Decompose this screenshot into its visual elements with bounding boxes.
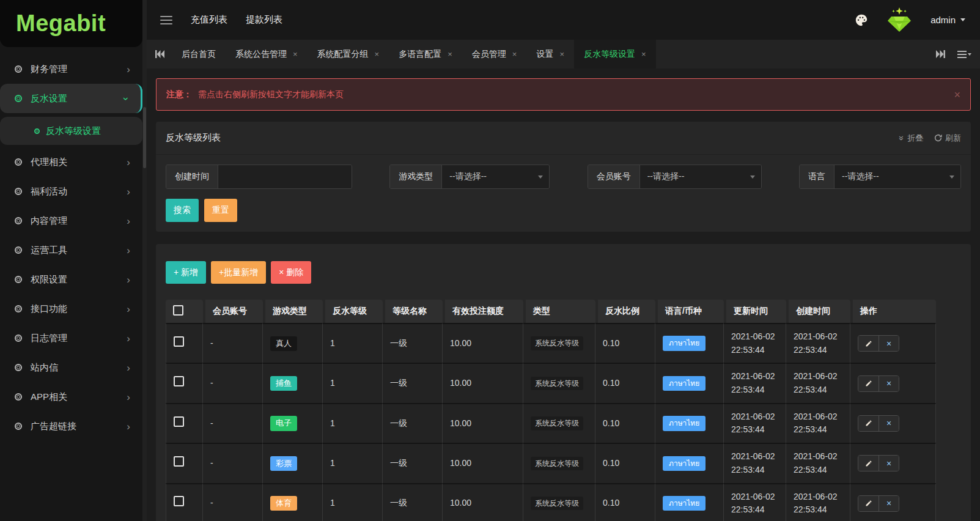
row-checkbox[interactable] xyxy=(174,496,184,506)
sidebar-item[interactable]: APP相关› xyxy=(0,382,142,412)
tab[interactable]: 会员管理× xyxy=(462,40,527,68)
nav-link-recharge-list[interactable]: 充值列表 xyxy=(191,14,227,26)
nav-link-withdraw-list[interactable]: 提款列表 xyxy=(246,14,282,26)
edit-button[interactable] xyxy=(858,336,879,351)
chevron-right-icon: › xyxy=(127,333,130,344)
gem-avatar-icon[interactable] xyxy=(885,7,913,33)
chevron-right-icon: › xyxy=(127,363,130,373)
circle-icon xyxy=(15,217,22,224)
tab[interactable]: 多语言配置× xyxy=(389,40,462,68)
tab-close-icon[interactable]: × xyxy=(375,50,380,58)
alert-close-icon[interactable]: × xyxy=(954,89,960,100)
sidebar-item-label: 内容管理 xyxy=(31,215,67,227)
member-account-cell: - xyxy=(203,403,263,443)
game-type-cell: 电子 xyxy=(263,403,323,443)
game-type-badge: 捕鱼 xyxy=(270,376,297,391)
edit-button[interactable] xyxy=(858,376,879,391)
row-checkbox[interactable] xyxy=(174,456,184,467)
panel-header: 反水等级列表 » 折叠 刷新 xyxy=(156,122,971,155)
member-account-select[interactable]: --请选择-- xyxy=(640,165,761,188)
select-caret-icon xyxy=(538,176,543,179)
sidebar-item-label: 运营工具 xyxy=(31,245,67,256)
game-type-select[interactable]: --请选择-- xyxy=(442,165,549,188)
user-menu[interactable]: admin xyxy=(930,15,965,25)
logo[interactable]: Megabit xyxy=(0,0,142,47)
sidebar-item-label: 代理相关 xyxy=(31,157,67,168)
sidebar-item[interactable]: 广告超链接› xyxy=(0,412,142,441)
sidebar-item[interactable]: 日志管理› xyxy=(0,323,142,353)
refresh-label: 刷新 xyxy=(945,133,961,144)
scrollbar-thumb[interactable] xyxy=(143,107,146,168)
updated-at-cell: 2021-06-02 22:53:44 xyxy=(724,323,786,363)
row-checkbox[interactable] xyxy=(174,376,184,386)
palette-icon[interactable] xyxy=(855,13,868,27)
tab-close-icon[interactable]: × xyxy=(293,50,298,58)
edit-button[interactable] xyxy=(858,456,879,471)
sidebar-item[interactable]: 财务管理› xyxy=(0,54,142,84)
tab-menu-dropdown-icon[interactable] xyxy=(957,51,971,58)
edit-button[interactable] xyxy=(858,416,879,431)
valid-bet-cell: 10.00 xyxy=(443,363,523,402)
table-row: -彩票1一级10.00系统反水等级0.10ภาษาไทย2021-06-02 2… xyxy=(166,443,936,482)
game-type-badge: 真人 xyxy=(270,336,297,351)
select-all-header xyxy=(166,300,203,323)
sidebar-scrollbar[interactable] xyxy=(142,0,147,521)
add-button[interactable]: + 新增 xyxy=(166,261,206,284)
collapse-button[interactable]: » 折叠 xyxy=(899,133,923,144)
sidebar-item[interactable]: 代理相关› xyxy=(0,147,142,177)
rebate-ratio-cell: 0.10 xyxy=(595,363,655,402)
game-type-badge: 彩票 xyxy=(270,456,297,471)
tab-close-icon[interactable]: × xyxy=(448,50,452,58)
tab[interactable]: 系统配置分组× xyxy=(308,40,389,68)
column-header: 更新时间 xyxy=(724,300,786,323)
sidebar-item[interactable]: 内容管理› xyxy=(0,206,142,235)
circle-icon xyxy=(15,305,22,312)
select-all-checkbox[interactable] xyxy=(173,305,183,316)
created-at-cell: 2021-06-02 22:53:44 xyxy=(786,403,850,443)
username: admin xyxy=(930,15,956,25)
language-badge: ภาษาไทย xyxy=(663,456,706,471)
updated-at-cell: 2021-06-02 22:53:44 xyxy=(724,443,786,482)
sidebar-item-active[interactable]: 反水设置› xyxy=(0,84,142,113)
tab-close-icon[interactable]: × xyxy=(559,50,564,58)
row-checkbox[interactable] xyxy=(174,336,184,347)
skip-forward-icon[interactable] xyxy=(936,50,945,58)
row-delete-button[interactable]: × xyxy=(879,336,899,351)
sidebar-item[interactable]: 权限设置› xyxy=(0,265,142,294)
row-delete-button[interactable]: × xyxy=(879,416,899,431)
created-time-input[interactable] xyxy=(226,171,344,182)
row-delete-button[interactable]: × xyxy=(879,456,899,471)
tab-close-icon[interactable]: × xyxy=(641,50,646,58)
tab[interactable]: 设置× xyxy=(526,40,574,68)
content-area: 注意： 需点击右侧刷新按钮文字才能刷新本页 × 反水等级列表 » 折叠 xyxy=(147,68,980,521)
updated-at-cell: 2021-06-02 22:53:44 xyxy=(724,363,786,402)
operation-cell: × xyxy=(850,483,936,521)
row-delete-button[interactable]: × xyxy=(879,496,899,511)
rebate-level-cell: 1 xyxy=(323,443,383,482)
tab[interactable]: 系统公告管理× xyxy=(226,40,308,68)
tab[interactable]: 反水等级设置× xyxy=(574,40,656,68)
sidebar-item[interactable]: 运营工具› xyxy=(0,235,142,265)
pencil-icon xyxy=(865,380,872,387)
row-delete-button[interactable]: × xyxy=(879,376,899,391)
edit-button[interactable] xyxy=(858,496,879,511)
batch-add-button[interactable]: +批量新增 xyxy=(211,261,266,284)
reset-button[interactable]: 重置 xyxy=(204,199,237,222)
table-row: -捕鱼1一级10.00系统反水等级0.10ภาษาไทย2021-06-02 2… xyxy=(166,363,936,402)
search-button[interactable]: 搜索 xyxy=(166,199,199,222)
sidebar-item[interactable]: 福利活动› xyxy=(0,177,142,206)
row-checkbox[interactable] xyxy=(174,416,184,427)
language-select[interactable]: --请选择-- xyxy=(834,165,960,188)
refresh-button[interactable]: 刷新 xyxy=(934,133,961,144)
skip-back-icon[interactable] xyxy=(155,50,164,58)
sidebar-item-label: 广告超链接 xyxy=(31,421,76,432)
sidebar-item[interactable]: 接口功能› xyxy=(0,294,142,323)
member-account-cell: - xyxy=(203,483,263,521)
tab[interactable]: 后台首页 xyxy=(172,40,226,68)
delete-button[interactable]: × 删除 xyxy=(271,261,311,284)
sidebar-item[interactable]: 站内信› xyxy=(0,353,142,382)
tab-close-icon[interactable]: × xyxy=(512,50,517,58)
hamburger-icon[interactable] xyxy=(160,16,172,24)
tab-label: 多语言配置 xyxy=(399,49,441,60)
sidebar-subitem[interactable]: 反水等级设置 xyxy=(0,117,142,145)
